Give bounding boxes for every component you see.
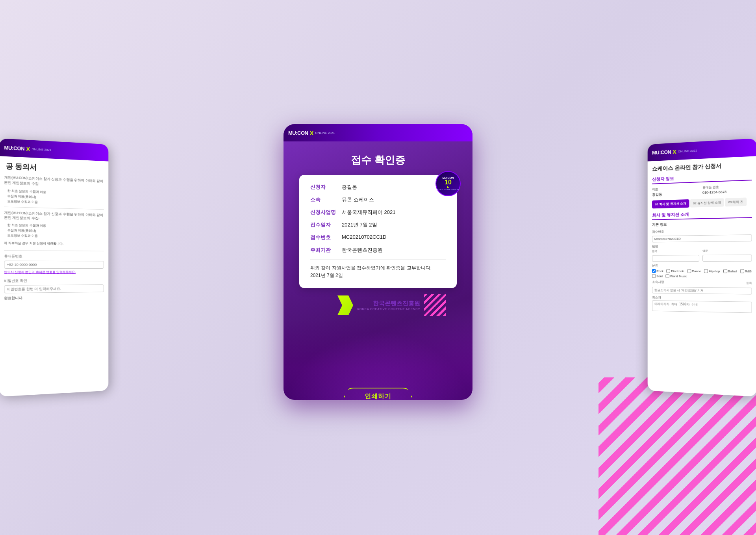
right-tab-3[interactable]: 03 해외 진 xyxy=(725,197,746,206)
left-divider-1 xyxy=(4,206,104,210)
print-button[interactable]: 인쇄하기 xyxy=(344,388,412,400)
kcca-english-text: KOREA CREATIVE CONTENT AGENCY xyxy=(357,307,420,311)
right-applicant-info-row: 이름 홍길동 휴대폰 번호 010-1234-5678 xyxy=(652,184,752,197)
confirm-note-line1: 위와 같이 자원사업을 접수하였기에 확인증을 교부합니다. xyxy=(310,264,446,272)
left-section2-text: 개인(MU:CON)'쇼케이스 참가 신청과 수행을 위하여 아래와 같이 본인… xyxy=(4,210,104,222)
genre-world-music[interactable]: World Music xyxy=(665,274,687,278)
right-section2-title: 회사 및 뮤지션 소개 xyxy=(652,210,752,220)
right-name-field: 이름 홍길동 xyxy=(652,186,699,197)
left-password-label: 비밀번호 확인 xyxy=(4,278,104,283)
confirm-row-affiliation: 소속 뮤콘 쇼케이스 xyxy=(310,196,446,203)
badge-arrow: ▶ xyxy=(447,186,449,188)
center-logo: MU:CON X ONLINE 2021 xyxy=(288,130,335,136)
genre-soul[interactable]: Soul xyxy=(652,274,663,278)
right-team-kor-input[interactable] xyxy=(652,255,699,262)
left-logo-x: X xyxy=(26,145,30,152)
left-page-title: 공 동의서 xyxy=(6,161,104,175)
left-logo: MU:CON X ONLINE 2021 xyxy=(4,144,51,153)
right-logo-online: ONLINE 2021 xyxy=(678,149,697,153)
date-value: 2021년 7월 2일 xyxy=(342,221,446,228)
center-header-bar: MU:CON X ONLINE 2021 xyxy=(284,124,472,141)
right-team-kor: 한국 xyxy=(652,249,699,262)
genre-electronic-label: Electronic xyxy=(671,269,684,273)
kcca-korean-text: 한국콘텐츠진흥원 xyxy=(373,300,420,307)
center-screen: MU:CON X ONLINE 2021 접수 확인증 MU:CON 10 ▶ … xyxy=(284,124,472,400)
right-affiliation-input[interactable] xyxy=(652,287,752,295)
right-subsection-label: 기본 정보 xyxy=(652,220,752,227)
date-label: 접수일자 xyxy=(310,221,342,228)
right-genre-checkboxes: Rock Electronic Dance Hip-hop Ballad xyxy=(652,269,752,279)
mucon-badge: MU:CON 10 ▶ YEAR GENERATION xyxy=(435,171,461,196)
confirm-card: MU:CON 10 ▶ YEAR GENERATION 신청자 홍길동 소속 뮤… xyxy=(299,175,457,288)
right-logo-x: X xyxy=(673,148,676,155)
right-team-label: 팀명 xyxy=(652,243,752,249)
left-list1: 한 최초 정보의 수집과 이용 수집과 이용(등의사) 도도정보 수집과 이용 xyxy=(7,188,104,206)
genre-world-music-checkbox[interactable] xyxy=(665,274,669,278)
genre-electronic[interactable]: Electronic xyxy=(666,269,684,273)
left-content: 공 동의서 개인(MU:CON)'쇼케이스 참가 신청과 수행을 위하여 아래와… xyxy=(0,156,108,397)
right-page-title: 쇼케이스 온라인 참가 신청서 xyxy=(652,161,752,173)
kcca-chevron-icon xyxy=(337,295,353,315)
right-tab-1-label: 01 회사 및 뮤지션 소개 xyxy=(655,202,686,206)
genre-dance-checkbox[interactable] xyxy=(687,269,691,273)
right-team-row: 한국 영문 xyxy=(652,249,752,262)
screens-container: MU:CON X ONLINE 2021 공 동의서 개인(MU:CON)'쇼케… xyxy=(0,0,756,535)
right-team-eng-label: 영문 xyxy=(702,249,752,253)
left-phone-link: 반드시 신청자 본인의 휴대폰 번호를 입력해주세요. xyxy=(4,270,104,275)
list-item2-2: 수집과 이용(등의사) xyxy=(7,228,104,234)
footer-stripe-decoration xyxy=(424,294,446,316)
right-name-value: 홍길동 xyxy=(652,191,699,197)
right-phone-field: 휴대폰 번호 010-1234-5678 xyxy=(702,184,752,196)
genre-soul-checkbox[interactable] xyxy=(652,274,656,278)
right-receipt-input[interactable] xyxy=(652,234,752,242)
confirm-note: 위와 같이 자원사업을 접수하였기에 확인증을 교부합니다. 2021년 7월 … xyxy=(310,264,446,279)
right-team-kor-label: 한국 xyxy=(652,249,699,253)
genre-hiphop-checkbox[interactable] xyxy=(704,269,708,273)
left-logo-text: MU:CON xyxy=(4,145,24,152)
right-section1-title: 신청자 정보 xyxy=(652,173,752,184)
right-team-eng-input[interactable] xyxy=(702,254,752,262)
applicant-label: 신청자 xyxy=(310,184,342,191)
kcca-logo: 한국콘텐츠진흥원 KOREA CREATIVE CONTENT AGENCY xyxy=(357,300,420,311)
confirm-row-number: 접수번호 MC20210702CC1D xyxy=(310,234,446,241)
genre-rnb[interactable]: R&B xyxy=(740,269,751,273)
genre-rock-label: Rock xyxy=(656,269,663,273)
genre-ballad-checkbox[interactable] xyxy=(723,269,727,273)
genre-rnb-checkbox[interactable] xyxy=(740,269,744,273)
genre-rock[interactable]: Rock xyxy=(652,269,663,273)
genre-hiphop[interactable]: Hip-hop xyxy=(704,269,720,273)
right-tab-3-label: 03 해외 진 xyxy=(728,200,743,204)
confirm-row-project: 신청사업명 서울국제뮤직페어 2021 xyxy=(310,209,446,216)
left-password-input[interactable] xyxy=(4,284,104,293)
genre-ballad[interactable]: Ballad xyxy=(723,269,737,273)
left-refusal-note: 제 거부하실 경우 저본 신청이 제한됩니다. xyxy=(4,241,104,246)
badge-10-text: 10 xyxy=(445,179,452,186)
genre-dance[interactable]: Dance xyxy=(687,269,701,273)
right-affiliation-btn-label: 등록 xyxy=(746,281,752,285)
right-genre-label: 분류 xyxy=(652,264,752,268)
right-logo-text: MU:CON xyxy=(652,149,671,156)
right-logo: MU:CON X ONLINE 2021 xyxy=(652,147,697,156)
left-section1-text: 개인(MU:CON)'쇼케이스 참가 신청과 수행을 위하여 아래와 같이 본인… xyxy=(4,175,104,189)
right-tab-2[interactable]: 02 뮤지션 상세 소개 xyxy=(690,198,724,208)
project-value: 서울국제뮤직페어 2021 xyxy=(342,209,446,216)
affiliation-label: 소속 xyxy=(310,196,342,203)
center-logo-online: ONLINE 2021 xyxy=(315,131,335,135)
confirm-row-applicant: 신청자 홍길동 xyxy=(310,184,446,191)
left-success-text: 완료합니다. xyxy=(4,294,104,301)
center-content: 접수 확인증 MU:CON 10 ▶ YEAR GENERATION 신청자 홍… xyxy=(284,141,472,400)
genre-ballad-label: Ballad xyxy=(728,269,737,273)
genre-rock-checkbox[interactable] xyxy=(652,269,656,273)
right-screen: MU:CON X ONLINE 2021 쇼케이스 온라인 참가 신청서 신청자… xyxy=(648,138,756,397)
genre-rnb-label: R&B xyxy=(745,269,752,273)
left-phone-input[interactable] xyxy=(4,261,104,269)
genre-soul-label: Soul xyxy=(656,274,662,278)
left-divider-2 xyxy=(4,250,104,251)
right-company-textarea[interactable] xyxy=(652,300,752,313)
applicant-value: 홍길동 xyxy=(342,184,446,191)
genre-electronic-checkbox[interactable] xyxy=(666,269,670,273)
right-tabs: 01 회사 및 뮤지션 소개 02 뮤지션 상세 소개 03 해외 진 xyxy=(652,197,752,208)
right-tab-1[interactable]: 01 회사 및 뮤지션 소개 xyxy=(652,199,689,208)
confirm-row-organizer: 주최기관 한국콘텐츠진흥원 xyxy=(310,247,446,254)
organizer-label: 주최기관 xyxy=(310,247,342,254)
